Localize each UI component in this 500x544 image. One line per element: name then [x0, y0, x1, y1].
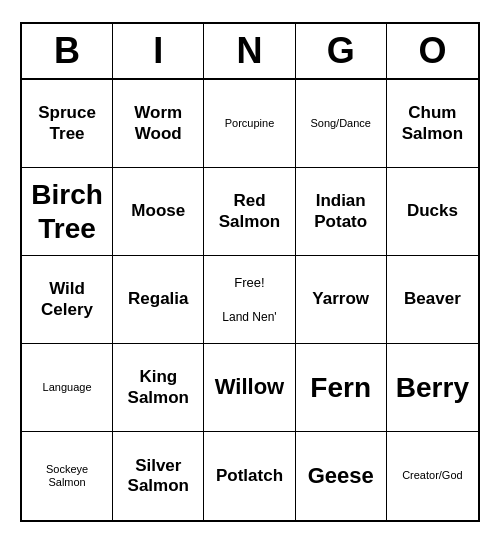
bingo-cell[interactable]: Potlatch: [204, 432, 295, 520]
bingo-cell[interactable]: Fern: [296, 344, 387, 432]
cell-text: SilverSalmon: [128, 456, 189, 497]
bingo-cell[interactable]: Language: [22, 344, 113, 432]
cell-text: SockeyeSalmon: [46, 463, 88, 489]
cell-text: Moose: [131, 201, 185, 221]
bingo-cell[interactable]: Creator/God: [387, 432, 478, 520]
cell-text: Berry: [396, 371, 469, 405]
bingo-cell[interactable]: RedSalmon: [204, 168, 295, 256]
bingo-cell[interactable]: KingSalmon: [113, 344, 204, 432]
bingo-cell[interactable]: SpruceTree: [22, 80, 113, 168]
bingo-cell[interactable]: Regalia: [113, 256, 204, 344]
bingo-cell[interactable]: Geese: [296, 432, 387, 520]
bingo-cell[interactable]: Ducks: [387, 168, 478, 256]
bingo-cell[interactable]: Porcupine: [204, 80, 295, 168]
bingo-grid: SpruceTreeWormWoodPorcupineSong/DanceChu…: [22, 80, 478, 520]
bingo-cell[interactable]: WildCelery: [22, 256, 113, 344]
cell-text: Geese: [308, 463, 374, 489]
cell-text: Creator/God: [402, 469, 463, 482]
cell-text: Willow: [215, 374, 284, 400]
bingo-cell[interactable]: Berry: [387, 344, 478, 432]
cell-text: Regalia: [128, 289, 188, 309]
header-letter: I: [113, 24, 204, 78]
cell-text: KingSalmon: [128, 367, 189, 408]
header-letter: O: [387, 24, 478, 78]
header-letter: N: [204, 24, 295, 78]
free-sublabel: Land Nen': [222, 310, 276, 324]
bingo-cell[interactable]: Moose: [113, 168, 204, 256]
bingo-cell[interactable]: Yarrow: [296, 256, 387, 344]
bingo-card: BINGO SpruceTreeWormWoodPorcupineSong/Da…: [20, 22, 480, 522]
cell-text: Ducks: [407, 201, 458, 221]
cell-text: Potlatch: [216, 466, 283, 486]
bingo-cell[interactable]: BirchTree: [22, 168, 113, 256]
cell-text: Fern: [310, 371, 371, 405]
cell-text: ChumSalmon: [402, 103, 463, 144]
bingo-cell[interactable]: ChumSalmon: [387, 80, 478, 168]
free-label: Free!: [234, 275, 264, 291]
cell-text: WormWood: [134, 103, 182, 144]
bingo-cell[interactable]: Song/Dance: [296, 80, 387, 168]
cell-text: Language: [43, 381, 92, 394]
bingo-cell[interactable]: Willow: [204, 344, 295, 432]
cell-text: IndianPotato: [314, 191, 367, 232]
header-letter: G: [296, 24, 387, 78]
bingo-cell[interactable]: WormWood: [113, 80, 204, 168]
cell-text: RedSalmon: [219, 191, 280, 232]
cell-text: Beaver: [404, 289, 461, 309]
bingo-cell[interactable]: Free!Land Nen': [204, 256, 295, 344]
cell-text: SpruceTree: [38, 103, 96, 144]
cell-text: WildCelery: [41, 279, 93, 320]
bingo-cell[interactable]: IndianPotato: [296, 168, 387, 256]
cell-text: Yarrow: [312, 289, 369, 309]
cell-text: BirchTree: [31, 178, 103, 245]
bingo-cell[interactable]: SockeyeSalmon: [22, 432, 113, 520]
bingo-cell[interactable]: Beaver: [387, 256, 478, 344]
cell-text: Porcupine: [225, 117, 275, 130]
cell-text: Song/Dance: [310, 117, 371, 130]
bingo-cell[interactable]: SilverSalmon: [113, 432, 204, 520]
header-letter: B: [22, 24, 113, 78]
bingo-header: BINGO: [22, 24, 478, 80]
